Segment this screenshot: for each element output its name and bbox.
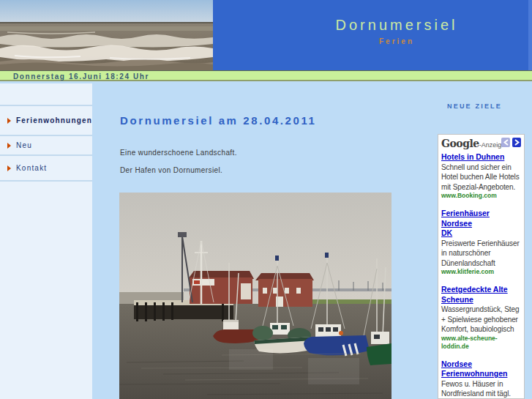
arrow-right-icon bbox=[7, 165, 11, 171]
ad-item: Hotels in Duhnen Schnell und sicher ein … bbox=[441, 152, 522, 200]
ad-item: Ferienhäuser Nordsee DK Preiswerte Ferie… bbox=[441, 209, 522, 276]
ad-text: Schnell und sicher ein Hotel buchen Alle… bbox=[441, 163, 522, 193]
google-logo: Google bbox=[441, 138, 479, 149]
sidebar: Ferienwohnungen Neu Kontakt bbox=[0, 83, 92, 399]
site-title: Dornumersiel bbox=[280, 17, 514, 34]
caption-text: Der Hafen von Dornumersiel. bbox=[120, 166, 222, 174]
ads-next-button[interactable] bbox=[512, 138, 521, 147]
sidebar-item-label: Neu bbox=[16, 141, 32, 149]
header-right-strip bbox=[528, 0, 532, 70]
sidebar-item-kontakt[interactable]: Kontakt bbox=[0, 156, 92, 182]
harbor-illustration bbox=[119, 193, 391, 399]
ad-url-link[interactable]: www.klitferie.com bbox=[441, 268, 522, 276]
aside-title: NEUE ZIELE bbox=[447, 102, 502, 110]
ads-prev-button[interactable] bbox=[501, 138, 510, 147]
sidebar-item-label: Ferienwohnungen bbox=[16, 116, 92, 124]
date-text: Donnerstag 16.Juni 18:24 Uhr bbox=[13, 72, 149, 81]
harbor-photo bbox=[119, 193, 391, 399]
header: Dornumersiel Ferien bbox=[0, 0, 532, 70]
ad-url-link[interactable]: www.alte-scheune-loddin.de bbox=[441, 335, 522, 351]
chevron-right-icon bbox=[514, 139, 520, 146]
sidebar-item-label: Kontakt bbox=[16, 164, 47, 172]
ad-title-link[interactable]: Hotels in Duhnen bbox=[441, 152, 522, 163]
sidebar-nav: Ferienwohnungen Neu Kontakt bbox=[0, 105, 92, 182]
arrow-right-icon bbox=[7, 143, 11, 149]
beach-waves-illustration bbox=[0, 0, 213, 70]
page: Dornumersiel Ferien Donnerstag 16.Juni 1… bbox=[0, 0, 532, 399]
ad-url-link[interactable]: www.Booking.com bbox=[441, 192, 522, 200]
header-beach-photo bbox=[0, 0, 213, 70]
ad-title-link[interactable]: Ferienhäuser Nordsee DK bbox=[441, 209, 522, 239]
intro-text: Eine wunderschoene Landschaft. bbox=[120, 149, 237, 157]
sidebar-item-neu[interactable]: Neu bbox=[0, 136, 92, 156]
page-title: Dornumersiel am 28.04.2011 bbox=[120, 114, 317, 127]
sidebar-item-ferienwohnungen[interactable]: Ferienwohnungen bbox=[0, 106, 92, 136]
google-ads-header: Google-Anzeigen bbox=[441, 137, 522, 150]
chevron-left-icon bbox=[503, 139, 509, 146]
site-subtitle: Ferien bbox=[280, 37, 514, 45]
ad-text: Wassergrundstück, Steg + Spielwiese geho… bbox=[441, 305, 522, 335]
site-brand: Dornumersiel Ferien bbox=[280, 17, 514, 45]
google-ads-box: Google-Anzeigen Hotels in Duhnen Schnell… bbox=[438, 134, 525, 399]
date-bar: Donnerstag 16.Juni 18:24 Uhr bbox=[0, 70, 532, 81]
ad-item: Nordsee Ferienwohnungen Fewos u. Häuser … bbox=[441, 359, 522, 399]
ad-text: Fewos u. Häuser in Nordfriesland mit täg… bbox=[441, 379, 522, 399]
arrow-right-icon bbox=[7, 118, 11, 124]
ad-text: Preiswerte Ferienhäuser in naturschöner … bbox=[441, 239, 522, 269]
ad-title-link[interactable]: Nordsee Ferienwohnungen bbox=[441, 359, 522, 379]
ad-item: Reetgedeckte Alte Scheune Wassergrundstü… bbox=[441, 285, 522, 351]
ad-title-link[interactable]: Reetgedeckte Alte Scheune bbox=[441, 285, 522, 305]
